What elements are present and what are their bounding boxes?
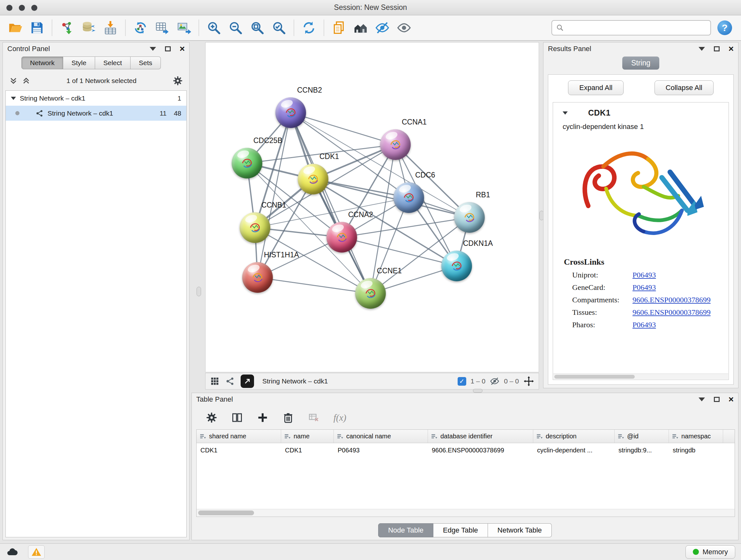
crosslinks-title: CrossLinks — [564, 257, 729, 267]
tab-select[interactable]: Select — [95, 57, 131, 69]
delete-column-trash-icon[interactable] — [282, 412, 294, 423]
warnings-button[interactable] — [28, 545, 45, 559]
float-panel-icon[interactable] — [698, 47, 705, 51]
tissues-link[interactable]: 9606.ENSP00000378699 — [632, 308, 711, 317]
import-table-file-button[interactable] — [99, 17, 121, 38]
zoom-selected-button[interactable] — [268, 17, 290, 38]
network-node-ccna1[interactable] — [380, 129, 411, 160]
column-header[interactable]: shared name — [197, 430, 281, 443]
save-session-button[interactable] — [26, 17, 48, 38]
zoom-fit-button[interactable] — [246, 17, 268, 38]
close-window-button[interactable] — [6, 5, 12, 11]
show-columns-icon[interactable] — [231, 412, 243, 423]
table-cell[interactable]: CDK1 — [281, 447, 334, 454]
table-cell[interactable]: cyclin-dependent ... — [533, 447, 615, 454]
pharos-link[interactable]: P06493 — [632, 320, 656, 329]
network-canvas[interactable]: CCNB2CCNA1CDC25BCDK1CDC6RB1CCNB1CCNA2CDK… — [205, 42, 539, 372]
zoom-out-button[interactable] — [225, 17, 246, 38]
column-header[interactable]: description — [533, 430, 615, 443]
left-splitter-handle[interactable] — [197, 287, 201, 296]
uniprot-link[interactable]: P06493 — [632, 271, 656, 279]
documents-button[interactable] — [328, 17, 350, 38]
column-header[interactable]: @id — [615, 430, 669, 443]
genecard-link[interactable]: P06493 — [632, 283, 656, 292]
expand-all-button[interactable]: Expand All — [568, 80, 623, 95]
tab-sets[interactable]: Sets — [131, 57, 161, 69]
table-settings-gear-icon[interactable] — [206, 412, 217, 423]
expand-all-chevron-icon[interactable] — [22, 77, 30, 85]
network-node-ccnb1[interactable] — [240, 212, 270, 243]
table-data-row[interactable]: CDK1CDK1P064939606.ENSP00000378699cyclin… — [197, 443, 735, 457]
collapse-all-button[interactable]: Collapse All — [655, 80, 714, 95]
maximize-panel-icon[interactable] — [714, 46, 720, 51]
hidden-items-eye-slash-icon[interactable] — [490, 376, 499, 386]
grid-view-icon[interactable] — [210, 376, 219, 386]
export-image-button[interactable] — [173, 17, 195, 38]
column-header[interactable]: database identifier — [428, 430, 533, 443]
column-header[interactable]: name — [281, 430, 334, 443]
tab-style[interactable]: Style — [63, 57, 95, 69]
table-cell[interactable]: CDK1 — [197, 447, 281, 454]
network-node-cdc25b[interactable] — [232, 148, 262, 179]
float-panel-icon[interactable] — [698, 397, 705, 401]
column-header[interactable]: canonical name — [334, 430, 428, 443]
gene-collapse-icon[interactable] — [562, 111, 568, 115]
tab-network[interactable]: Network — [21, 57, 63, 69]
new-network-button[interactable] — [130, 17, 151, 38]
compartments-link[interactable]: 9606.ENSP00000378699 — [632, 296, 711, 304]
bottom-splitter-handle[interactable] — [473, 389, 482, 393]
export-table-button[interactable] — [151, 17, 173, 38]
scrollbar-thumb[interactable] — [198, 510, 254, 515]
minimize-window-button[interactable] — [19, 5, 25, 11]
table-cell[interactable]: stringdb — [669, 447, 723, 454]
maximize-window-button[interactable] — [31, 5, 37, 11]
gene-box-scrollbar[interactable] — [553, 374, 728, 379]
table-cell[interactable]: 9606.ENSP00000378699 — [428, 447, 533, 454]
maximize-panel-icon[interactable] — [165, 46, 171, 51]
network-node-cdc6[interactable] — [394, 182, 424, 213]
float-panel-icon[interactable] — [150, 47, 156, 51]
string-results-tab[interactable]: String — [622, 57, 659, 70]
memory-button[interactable]: Memory — [685, 545, 735, 559]
network-collection-row[interactable]: String Network – cdk1 1 — [6, 91, 186, 106]
network-node-cdk1[interactable] — [298, 164, 328, 194]
function-builder-button[interactable]: f(x) — [333, 413, 346, 423]
open-session-button[interactable] — [4, 17, 26, 38]
network-node-hist1h1a[interactable] — [242, 262, 273, 293]
share-view-icon[interactable] — [225, 376, 235, 386]
close-panel-icon[interactable]: × — [729, 395, 734, 404]
import-network-file-button[interactable] — [56, 17, 78, 38]
close-panel-icon[interactable]: × — [729, 44, 734, 53]
import-network-database-button[interactable] — [78, 17, 99, 38]
refresh-layout-button[interactable] — [298, 17, 320, 38]
add-column-plus-icon[interactable] — [257, 412, 268, 423]
network-node-ccna2[interactable] — [327, 222, 357, 253]
tab-network-table[interactable]: Network Table — [488, 523, 552, 537]
network-node-ccne1[interactable] — [355, 278, 386, 309]
help-button[interactable]: ? — [718, 20, 732, 35]
home-browser-button[interactable] — [350, 17, 372, 38]
search-input[interactable] — [567, 24, 706, 32]
network-node-ccnb2[interactable] — [275, 98, 306, 128]
close-panel-icon[interactable]: × — [180, 44, 185, 53]
pan-move-icon[interactable] — [523, 376, 534, 387]
table-cell[interactable]: stringdb:9... — [615, 447, 669, 454]
zoom-in-button[interactable] — [203, 17, 225, 38]
cloud-icon[interactable] — [6, 546, 18, 558]
collection-expand-icon[interactable] — [11, 97, 16, 100]
table-horizontal-scrollbar[interactable] — [197, 509, 735, 516]
birdseye-view-button[interactable] — [241, 374, 254, 388]
maximize-panel-icon[interactable] — [714, 397, 720, 402]
table-cell[interactable]: P06493 — [334, 447, 428, 454]
column-header[interactable]: namespac — [669, 430, 723, 443]
collapse-all-chevron-icon[interactable] — [9, 77, 17, 85]
network-node-cdkn1a[interactable] — [441, 251, 472, 281]
selected-items-checkbox[interactable]: ✓ — [458, 377, 466, 386]
hide-graphics-details-button[interactable] — [372, 17, 393, 38]
tab-node-table[interactable]: Node Table — [378, 523, 433, 537]
network-node-rb1[interactable] — [454, 202, 485, 233]
show-graphics-details-button[interactable] — [393, 17, 415, 38]
gear-icon[interactable] — [173, 76, 183, 86]
tab-edge-table[interactable]: Edge Table — [433, 523, 488, 537]
network-row[interactable]: String Network – cdk1 11 48 — [6, 106, 186, 121]
